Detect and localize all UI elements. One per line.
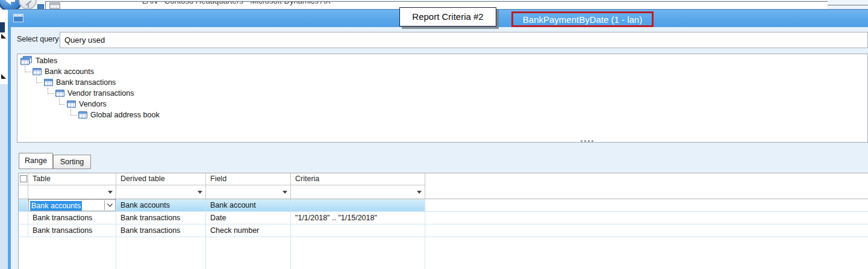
tree-item-tables[interactable]: Tables — [17, 55, 867, 66]
annotation-highlight-box: BankPaymentByDate (1 - lan) — [511, 11, 654, 27]
tree-item-label: Global address book — [90, 111, 160, 119]
filter-cell-criteria[interactable] — [291, 185, 425, 199]
query-dialog: BankPaymentByDate (1 - lan) Select query… — [8, 9, 868, 269]
tree-connector — [59, 99, 65, 105]
combobox-selected-text: Bank accounts — [30, 201, 82, 211]
clock-hand-icon — [28, 4, 29, 8]
row-filler — [425, 224, 868, 237]
cell-table-editing[interactable]: Bank accounts — [28, 199, 116, 211]
select-all-cell — [19, 173, 28, 185]
cell-field[interactable]: Date — [206, 212, 291, 224]
row-filler — [425, 199, 868, 211]
grid-header-row: Table Derived table Field Criteria — [19, 173, 426, 185]
grid-empty-area — [19, 237, 868, 269]
tree-item-bank-accounts[interactable]: Bank accounts — [17, 66, 867, 77]
cell-criteria[interactable]: "1/1/2018" .. "1/15/2018" — [291, 212, 425, 224]
tree-item-label: Bank transactions — [56, 78, 116, 87]
screen: LAN - Contoso Headquarters - Microsoft D… — [0, 0, 868, 269]
grid-row-2[interactable]: Bank transactions Bank transactions Date… — [19, 212, 868, 224]
filter-dropdown-icon[interactable] — [198, 191, 202, 194]
tab-range[interactable]: Range — [19, 153, 53, 169]
query-select-value: Query used — [64, 36, 105, 45]
grid-row-3[interactable]: Bank transactions Bank transactions Chec… — [19, 224, 868, 237]
background-window-title: LAN - Contoso Headquarters - Microsoft D… — [142, 1, 331, 5]
recent-pages-button[interactable] — [19, 0, 37, 10]
form-icon — [13, 14, 23, 22]
cell-criteria[interactable] — [291, 224, 425, 237]
row-selector-cell[interactable] — [19, 224, 28, 237]
criteria-grid: Table Derived table Field Criteria Ba — [18, 173, 868, 269]
column-header-criteria: Criteria — [291, 173, 425, 185]
tree-item-label: Vendor transactions — [67, 89, 134, 97]
table-icon — [78, 111, 87, 119]
query-tables-tree: Tables Bank accounts Bank transactions V… — [17, 54, 868, 143]
cell-derived-table[interactable]: Bank accounts — [116, 199, 206, 211]
query-select-input[interactable]: Query used — [60, 32, 868, 48]
tree-item-vendor-transactions[interactable]: Vendor transactions — [17, 88, 867, 99]
filter-cell-table[interactable] — [28, 185, 116, 199]
background-left-edge — [0, 10, 8, 269]
grid-row-1[interactable]: Bank accounts Bank accounts Bank account — [19, 199, 868, 212]
cell-table[interactable]: Bank transactions — [28, 224, 116, 237]
tree-item-label: Tables — [36, 57, 57, 65]
background-navigation-fragment — [0, 22, 5, 32]
table-icon — [67, 100, 76, 108]
filter-cell-field[interactable] — [206, 185, 291, 199]
table-icon — [33, 68, 42, 75]
filter-cell-derived-table[interactable] — [116, 185, 206, 199]
table-combobox[interactable]: Bank accounts — [28, 199, 116, 211]
tree-item-vendors[interactable]: Vendors — [17, 99, 867, 110]
row-filler — [425, 212, 868, 224]
cell-field[interactable]: Check number — [206, 224, 291, 237]
table-icon — [44, 79, 53, 86]
filter-cell — [19, 185, 28, 199]
column-header-field: Field — [206, 173, 291, 185]
splitter-grip[interactable] — [581, 140, 593, 142]
row-selector-cell[interactable] — [19, 199, 28, 211]
filter-dropdown-icon[interactable] — [417, 191, 422, 194]
tree-item-bank-transactions[interactable]: Bank transactions — [17, 77, 867, 88]
grid-filter-row — [19, 185, 426, 199]
cell-field[interactable]: Bank account — [206, 199, 291, 211]
select-all-checkbox[interactable] — [20, 175, 27, 182]
window-icon — [49, 2, 60, 9]
cell-derived-table[interactable]: Bank transactions — [116, 224, 206, 237]
cell-criteria[interactable] — [291, 199, 425, 211]
table-icon — [55, 90, 64, 97]
cell-table[interactable]: Bank transactions — [28, 212, 116, 224]
background-window-edge — [828, 5, 868, 5]
tree-item-global-address-book[interactable]: Global address book — [17, 110, 867, 120]
tab-sorting[interactable]: Sorting — [53, 155, 91, 169]
background-pane-fragment — [0, 84, 8, 269]
filter-dropdown-icon[interactable] — [283, 191, 287, 194]
tree-connector — [70, 110, 76, 116]
annotation-callout: Report Criteria #2 — [399, 7, 496, 26]
tree-item-label: Bank accounts — [45, 67, 94, 76]
dialog-title: BankPaymentByDate (1 - lan) — [513, 13, 652, 25]
combo-dropdown-button[interactable] — [104, 200, 114, 210]
tree-connector — [25, 66, 31, 72]
select-query-label: Select query: — [17, 35, 61, 43]
filter-dropdown-icon[interactable] — [108, 191, 113, 194]
tree-item-label: Vendors — [79, 100, 107, 108]
grid-body: Bank accounts Bank accounts Bank account — [19, 199, 868, 269]
column-header-table: Table — [28, 173, 116, 185]
tree-connector — [36, 77, 42, 83]
collapse-arrow-icon — [1, 34, 6, 39]
dialog-border — [8, 9, 11, 269]
chevron-down-icon — [107, 203, 113, 207]
cell-derived-table[interactable]: Bank transactions — [116, 212, 206, 224]
collapse-arrow-icon — [1, 74, 6, 79]
column-header-derived-table: Derived table — [116, 173, 206, 185]
tree-connector — [48, 88, 54, 94]
tables-icon — [20, 56, 33, 66]
back-arrow-icon — [10, 0, 15, 2]
row-selector-cell[interactable] — [19, 212, 28, 224]
